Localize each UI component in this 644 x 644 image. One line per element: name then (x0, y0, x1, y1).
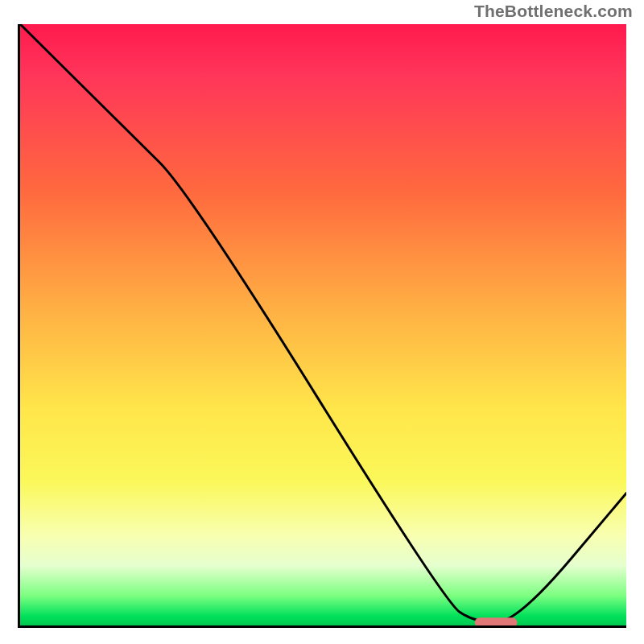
bottleneck-chart: TheBottleneck.com (0, 0, 644, 644)
plot-area (18, 24, 626, 628)
optimal-range-marker (475, 617, 518, 625)
curve-layer (20, 24, 626, 625)
bottleneck-curve-path (20, 24, 626, 622)
watermark-text: TheBottleneck.com (474, 2, 633, 21)
